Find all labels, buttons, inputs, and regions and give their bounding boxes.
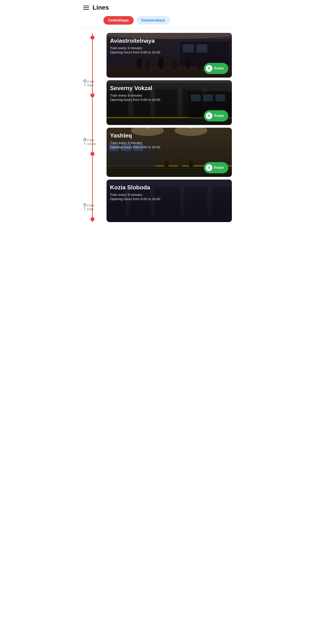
dist-info-1: 3 km bbox=[83, 83, 94, 87]
svg-point-3 bbox=[84, 84, 85, 84]
clock-icon-2 bbox=[83, 138, 86, 141]
divider bbox=[79, 28, 235, 28]
svg-line-2 bbox=[85, 81, 86, 82]
hours-info-4: Opening hours from 6:00 to 24:00 bbox=[110, 197, 228, 201]
hours-info-3: Opening hours from 6:00 to 24:00 bbox=[110, 145, 228, 149]
timeline-dot-4 bbox=[90, 217, 94, 221]
time-info-1: 2 min bbox=[83, 80, 94, 83]
tabs-row: Centralnaya Savinovskaya bbox=[79, 14, 235, 28]
svg-line-10 bbox=[85, 205, 86, 206]
walk-icon-3 bbox=[83, 207, 86, 210]
station-card-severny[interactable]: Severny Vokzal Train every 9 minutes Ope… bbox=[107, 80, 232, 125]
station-name-1: Aviastroitelnaya bbox=[110, 37, 228, 44]
station-card-kozia[interactable]: Kozia Sloboda Train every 9 minutes Open… bbox=[107, 180, 232, 222]
page-title: Lines bbox=[93, 4, 109, 11]
station-card-yashleq[interactable]: Yashleq Train every 9 minutes Opening ho… bbox=[107, 128, 232, 177]
time-info-3: 2 min bbox=[83, 203, 94, 207]
gap-dist-1: 3 km bbox=[87, 84, 93, 87]
clock-icon-3 bbox=[83, 203, 86, 206]
from-icon-letter-3: A bbox=[208, 166, 210, 170]
gap-time-1: 2 min bbox=[87, 80, 94, 83]
card-content-3: Yashleq Train every 9 minutes Opening ho… bbox=[107, 128, 232, 177]
timeline-dot-2 bbox=[90, 93, 94, 97]
tab-centralnaya[interactable]: Centralnaya bbox=[103, 16, 134, 24]
stations-list: Aviastroitelnaya Train every 9 minutes O… bbox=[104, 33, 232, 222]
timeline-dot-3 bbox=[90, 152, 94, 156]
hours-info-2: Opening hours from 6:00 to 24:00 bbox=[110, 98, 228, 102]
clock-icon bbox=[83, 80, 86, 82]
from-label-1: From bbox=[214, 66, 224, 71]
from-button-1[interactable]: A From bbox=[204, 63, 228, 74]
from-icon-letter-1: A bbox=[208, 66, 210, 70]
svg-line-6 bbox=[85, 140, 86, 140]
svg-point-11 bbox=[84, 208, 85, 208]
train-info-2: Train every 9 minutes bbox=[110, 94, 228, 97]
gap-info-2: 2 min 1.5 km bbox=[82, 136, 103, 147]
from-btn-icon-1: A bbox=[206, 65, 212, 72]
station-name-4: Kozia Sloboda bbox=[110, 184, 228, 191]
train-info-3: Train every 9 minutes bbox=[110, 141, 228, 145]
station-name-2: Severny Vokzal bbox=[110, 85, 228, 92]
timeline-dot-1 bbox=[90, 36, 94, 40]
svg-point-7 bbox=[84, 142, 85, 143]
from-btn-icon-3: A bbox=[206, 164, 212, 171]
card-content-4: Kozia Sloboda Train every 9 minutes Open… bbox=[107, 180, 232, 222]
main-content: 2 min 3 km 2 min 1.5 km bbox=[79, 31, 235, 226]
card-content-1: Aviastroitelnaya Train every 9 minutes O… bbox=[107, 33, 232, 78]
gap-info-1: 2 min 3 km bbox=[82, 78, 103, 89]
from-button-2[interactable]: A From bbox=[204, 110, 228, 122]
gap-time-2: 2 min bbox=[87, 138, 94, 142]
from-button-3[interactable]: A From bbox=[204, 162, 228, 173]
from-btn-icon-2: A bbox=[206, 112, 212, 119]
card-content-2: Severny Vokzal Train every 9 minutes Ope… bbox=[107, 80, 232, 125]
dist-info-2: 1.5 km bbox=[83, 142, 96, 146]
walk-icon-1 bbox=[83, 83, 86, 86]
gap-dist-3: 2 km bbox=[87, 208, 93, 211]
from-label-3: From bbox=[214, 166, 224, 170]
train-info-4: Train every 9 minutes bbox=[110, 193, 228, 196]
time-info-2: 2 min bbox=[83, 138, 94, 142]
from-label-2: From bbox=[214, 114, 224, 118]
gap-info-3: 2 min 2 km bbox=[82, 202, 103, 213]
timeline-line bbox=[92, 33, 93, 222]
timeline-rail: 2 min 3 km 2 min 1.5 km bbox=[82, 33, 103, 222]
tab-savinovskaya[interactable]: Savinovskaya bbox=[136, 16, 170, 24]
hours-info-1: Opening hours from 6:00 to 24:00 bbox=[110, 50, 228, 54]
gap-time-3: 2 min bbox=[87, 204, 94, 207]
from-icon-letter-2: A bbox=[208, 114, 210, 118]
train-info-1: Train every 9 minutes bbox=[110, 46, 228, 50]
walk-icon-2 bbox=[83, 142, 86, 145]
station-card-aviastroitelnaya[interactable]: Aviastroitelnaya Train every 9 minutes O… bbox=[107, 33, 232, 78]
hamburger-menu[interactable] bbox=[83, 6, 89, 10]
station-name-3: Yashleq bbox=[110, 132, 228, 139]
header: Lines bbox=[79, 0, 235, 14]
dist-info-3: 2 km bbox=[83, 207, 94, 211]
gap-dist-2: 1.5 km bbox=[87, 142, 96, 146]
